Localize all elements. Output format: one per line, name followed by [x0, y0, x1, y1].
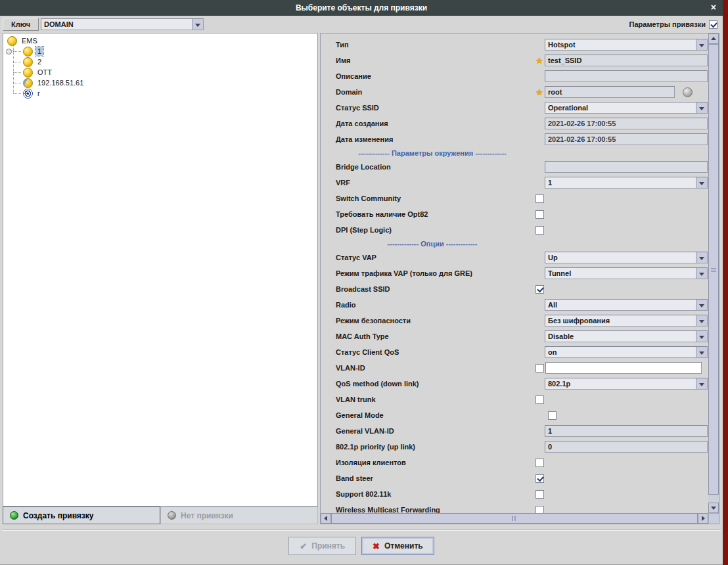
type-dropdown[interactable]: Hotspot — [545, 39, 708, 51]
chevron-down-icon[interactable] — [696, 268, 707, 279]
chevron-down-icon[interactable] — [696, 252, 707, 263]
vlan-id-control — [535, 360, 708, 376]
tree-item-1[interactable]: 1 — [3, 46, 317, 56]
cancel-button[interactable]: ✖ Отменить — [361, 537, 434, 555]
vlan-trunk-checkbox[interactable] — [535, 395, 544, 404]
ssid-status-dropdown[interactable]: Operational — [545, 102, 708, 114]
general-vlan-id-label: General VLAN-ID — [321, 427, 535, 435]
general-vlan-id-field[interactable]: 1 — [545, 425, 708, 437]
chevron-down-icon[interactable] — [192, 19, 203, 30]
chevron-down-icon[interactable] — [696, 347, 707, 357]
broadcast-ssid-checkbox[interactable] — [535, 285, 544, 294]
domain-row: Domain★root — [321, 84, 708, 100]
priority-up-link-field[interactable]: 0 — [545, 441, 708, 453]
bridge-location-field[interactable] — [545, 161, 708, 173]
support-802-11k-control — [535, 486, 708, 502]
chevron-down-icon[interactable] — [696, 102, 707, 113]
client-isolation-label: Изоляция клиентов — [321, 459, 535, 466]
modified-date-field: 2021-02-26 17:00:55 — [545, 133, 708, 145]
accept-button[interactable]: ✔ Принять — [288, 537, 356, 555]
tree-item-label[interactable]: OTT — [35, 68, 54, 77]
vap-traffic-mode-control: Tunnel — [535, 265, 708, 281]
domain-dropdown[interactable]: DOMAIN — [41, 18, 204, 30]
created-date-field: 2021-02-26 17:00:55 — [545, 118, 708, 129]
description-field[interactable] — [545, 70, 708, 82]
tree-item-label[interactable]: EMS — [20, 36, 39, 45]
create-binding-button[interactable]: Создать привязку — [3, 507, 160, 524]
chevron-down-icon[interactable] — [696, 331, 707, 342]
chevron-down-icon[interactable] — [696, 378, 707, 389]
band-steer-label: Band steer — [321, 474, 535, 482]
switch-community-control — [535, 191, 708, 206]
no-binding-label: Нет привязки — [181, 511, 233, 520]
require-opt82-checkbox[interactable] — [535, 210, 544, 219]
domain-field[interactable]: root — [545, 86, 675, 98]
modified-date-label: Дата изменения — [321, 135, 535, 143]
support-802-11k-checkbox[interactable] — [535, 490, 544, 499]
scroll-right-icon[interactable] — [698, 513, 708, 524]
description-label: Описание — [321, 72, 535, 80]
wireless-multicast-forwarding-checkbox[interactable] — [535, 506, 544, 514]
vap-traffic-mode-dropdown[interactable]: Tunnel — [545, 267, 708, 279]
chevron-down-icon[interactable] — [696, 300, 707, 310]
binding-dialog: Выберите объекты для привязки × Ключ DOM… — [0, 0, 723, 565]
ssid-status-value: Operational — [545, 102, 696, 113]
switch-community-label: Switch Community — [321, 194, 535, 202]
priority-up-link-row: 802.1p priority (up link)0 — [321, 439, 708, 455]
vlan-id-checkbox[interactable] — [535, 364, 544, 373]
security-mode-dropdown[interactable]: Без шифрования — [545, 315, 708, 327]
tree-item-ott[interactable]: OTT — [3, 67, 317, 78]
broadcast-ssid-control — [535, 281, 708, 297]
cancel-label: Отменить — [384, 541, 423, 551]
qos-method-down-link-dropdown[interactable]: 802.1p — [545, 378, 708, 390]
vrf-value: 1 — [545, 177, 696, 188]
no-binding-button[interactable]: Нет привязки — [160, 507, 318, 524]
tree-item-2[interactable]: 2 — [3, 56, 317, 67]
chevron-down-icon[interactable] — [696, 39, 707, 50]
scroll-down-icon[interactable] — [708, 503, 719, 513]
binding-params-checkbox[interactable] — [709, 20, 717, 29]
vap-status-label: Статус VAP — [321, 254, 535, 261]
domain-browse-button[interactable] — [683, 87, 693, 97]
tree-item-label[interactable]: r — [35, 89, 42, 98]
environment-section: ------------- Параметры окружения ------… — [321, 147, 544, 159]
horizontal-scroll-thumb[interactable] — [331, 513, 698, 524]
vrf-dropdown[interactable]: 1 — [545, 177, 708, 189]
chevron-down-icon[interactable] — [696, 177, 707, 188]
vlan-id-field[interactable] — [545, 362, 702, 374]
gray-circle-icon — [168, 511, 176, 520]
require-opt82-row: Требовать наличие Opt82 — [321, 206, 708, 222]
domain-icon — [7, 36, 17, 46]
client-qos-status-dropdown[interactable]: on — [545, 346, 708, 358]
bridge-location-row: Bridge Location — [321, 159, 708, 175]
name-field[interactable]: test_SSID — [545, 55, 708, 66]
tree-item-192-168-51-61[interactable]: 192.168.51.61 — [3, 78, 317, 88]
tree-item-ems[interactable]: EMS — [3, 35, 317, 46]
dpi-step-logic-row: DPI (Step Logic) — [321, 222, 708, 238]
chevron-down-icon[interactable] — [696, 315, 707, 326]
tree-item-label[interactable]: 192.168.51.61 — [35, 78, 85, 87]
created-date-label: Дата создания — [321, 120, 535, 127]
client-isolation-checkbox[interactable] — [535, 459, 544, 467]
dpi-step-logic-checkbox[interactable] — [535, 226, 544, 235]
mac-auth-type-dropdown[interactable]: Disable — [545, 330, 708, 342]
horizontal-scrollbar[interactable] — [321, 513, 708, 524]
band-steer-checkbox[interactable] — [535, 474, 544, 483]
close-icon[interactable]: × — [711, 2, 716, 12]
scroll-up-icon[interactable] — [708, 34, 719, 44]
vertical-scrollbar[interactable] — [708, 34, 719, 513]
expand-handle-icon[interactable] — [6, 49, 14, 54]
qos-method-down-link-value: 802.1p — [545, 378, 696, 389]
tree-item-label[interactable]: 1 — [35, 47, 43, 56]
domain-label: Domain — [321, 88, 535, 96]
scroll-left-icon[interactable] — [321, 513, 331, 524]
tree-item-label[interactable]: 2 — [35, 57, 43, 66]
vertical-scroll-thumb[interactable] — [708, 44, 719, 495]
security-mode-label: Режим безопасности — [321, 317, 535, 325]
general-mode-checkbox[interactable] — [548, 411, 557, 420]
switch-community-checkbox[interactable] — [535, 194, 544, 203]
radio-dropdown[interactable]: All — [545, 299, 708, 311]
qos-method-down-link-row: QoS method (down link)802.1p — [321, 376, 708, 392]
vap-status-dropdown[interactable]: Up — [545, 252, 708, 263]
tree-item-r[interactable]: r — [3, 88, 317, 99]
